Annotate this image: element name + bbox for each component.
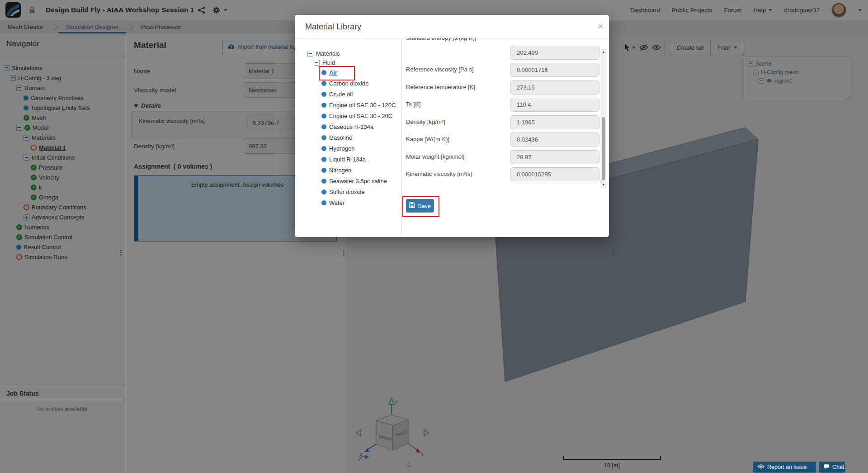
- property-label: Ts [K]: [406, 101, 421, 108]
- material-dot-icon: [321, 103, 326, 108]
- lib-tree-seawater[interactable]: Seawater 3.5pc saline: [321, 176, 387, 186]
- divider: [401, 38, 402, 236]
- material-dot-icon: [321, 168, 326, 173]
- property-label: Kappa [W/(m K)]: [406, 136, 449, 142]
- lib-tree-crude-oil[interactable]: Crude oil: [321, 89, 353, 99]
- lib-tree-engine-oil-20c[interactable]: Engine oil SAE 30 - 20C: [321, 111, 392, 121]
- material-dot-icon: [321, 124, 326, 129]
- report-issue-button[interactable]: Report an issue: [753, 462, 816, 473]
- material-dot-icon: [321, 179, 326, 184]
- property-input-reference-temperature[interactable]: [510, 80, 599, 95]
- collapse-icon[interactable]: [307, 51, 313, 57]
- property-input-kinematic-viscosity[interactable]: [510, 167, 599, 181]
- scroll-up-icon[interactable]: ▲: [601, 50, 606, 53]
- property-label: Density [kg/m³]: [406, 118, 445, 125]
- material-dot-icon: [321, 114, 326, 118]
- property-input-reference-viscosity[interactable]: [510, 63, 599, 77]
- material-properties-list: Standard entropy [J/(kg K)] Reference vi…: [402, 38, 600, 189]
- property-label: Kinematic viscosity [m²/s]: [406, 170, 472, 177]
- lib-tree-gaseous-r134a[interactable]: Gaseous R-134a: [321, 122, 373, 132]
- collapse-icon[interactable]: [314, 60, 320, 66]
- material-dot-icon: [321, 189, 326, 194]
- lib-tree-engine-oil-120c[interactable]: Engine oil SAE 30 - 120C: [321, 100, 396, 110]
- chat-icon: [824, 464, 830, 471]
- material-dot-icon: [321, 81, 326, 86]
- scroll-down-icon[interactable]: ▼: [601, 183, 606, 186]
- lib-tree-hydrogen[interactable]: Hydrogen: [321, 143, 354, 153]
- lib-tree-gasoline[interactable]: Gasoline: [321, 132, 352, 142]
- application-window: Design Build Fly - AIAA Workshop Session…: [0, 0, 868, 473]
- material-dot-icon: [321, 92, 326, 97]
- property-input-ts[interactable]: [510, 98, 599, 112]
- annotation-box-air: [319, 66, 355, 80]
- lib-tree-liquid-r134a[interactable]: Liquid R-134a: [321, 154, 366, 164]
- properties-scrollbar[interactable]: ▲ ▼: [601, 49, 606, 188]
- material-dot-icon: [321, 200, 326, 205]
- close-icon[interactable]: ×: [598, 21, 603, 31]
- property-input-molar-weight[interactable]: [510, 150, 599, 164]
- lib-tree-sulfur-dioxide[interactable]: Sulfur dioxide: [321, 187, 365, 197]
- lib-tree-water[interactable]: Water: [321, 198, 344, 208]
- scrollbar-thumb[interactable]: [602, 117, 605, 180]
- property-label: Reference temperature [K]: [406, 84, 475, 90]
- property-input-kappa[interactable]: [510, 132, 599, 147]
- report-icon: [758, 464, 764, 470]
- modal-title: Material Library: [305, 22, 361, 32]
- property-input-standard-entropy[interactable]: [510, 46, 599, 60]
- lib-tree-materials[interactable]: Materials: [307, 48, 340, 58]
- property-input-density[interactable]: [510, 115, 599, 129]
- chat-button[interactable]: Chat: [819, 462, 845, 473]
- material-dot-icon: [321, 135, 326, 140]
- lib-tree-nitrogen[interactable]: Nitrogen: [321, 165, 351, 175]
- material-dot-icon: [321, 157, 326, 162]
- material-dot-icon: [321, 146, 326, 151]
- property-label: Molar weight [kg/kmol]: [406, 153, 464, 160]
- annotation-box-save: [402, 196, 439, 217]
- property-label: Reference viscosity [Pa s]: [406, 66, 474, 73]
- property-label: Standard entropy [J/(kg K)]: [406, 38, 476, 41]
